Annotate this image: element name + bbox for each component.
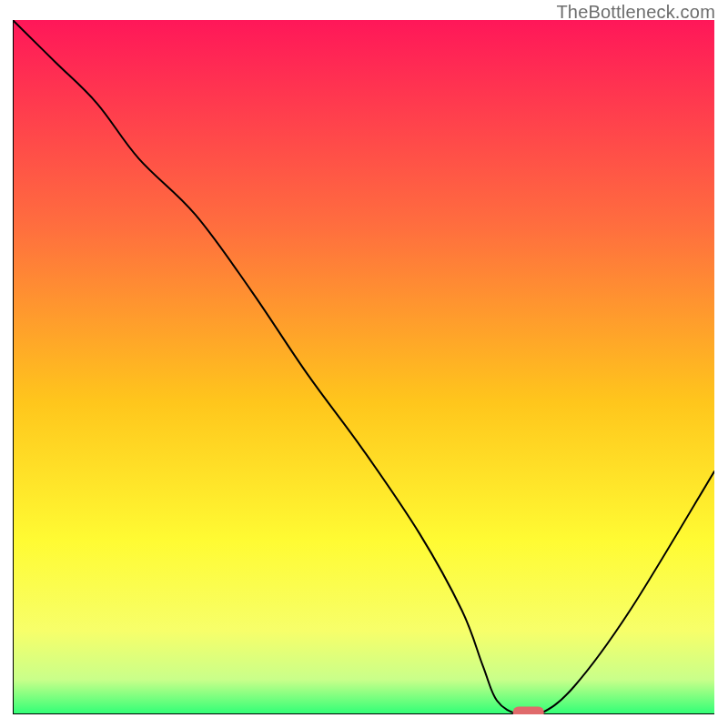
watermark-label: TheBottleneck.com: [556, 2, 715, 23]
gradient-background: [13, 20, 714, 714]
bottleneck-chart: TheBottleneck.com: [0, 0, 728, 728]
chart-svg: [13, 20, 714, 714]
optimal-marker: [513, 707, 544, 715]
